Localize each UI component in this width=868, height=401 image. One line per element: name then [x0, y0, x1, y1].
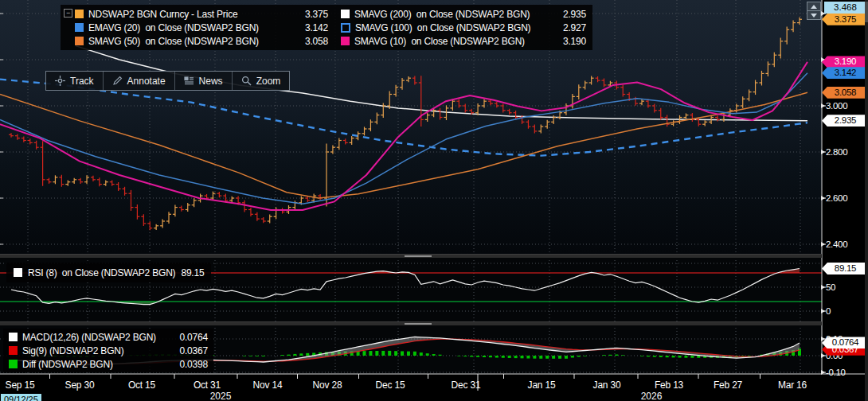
y-axis-tick-label: 2.400	[821, 239, 847, 250]
smavg10-swatch	[341, 37, 350, 45]
legend-item-smavg100[interactable]: SMAVG (100) on Close (NDSWAP2 BGN) 2.927	[341, 21, 586, 34]
legend-label: EMAVG (20) on Close (NDSWAP2 BGN)	[88, 22, 259, 33]
tick-arrow-icon	[821, 103, 825, 108]
news-button[interactable]: News	[175, 72, 233, 90]
macd-value-tag: 0.0764	[822, 337, 865, 348]
y-axis-tick-label: 3.000	[821, 100, 847, 111]
news-list-icon	[184, 76, 194, 86]
x-axis-date-label: Nov 28	[313, 380, 342, 391]
track-crosshair-icon	[55, 76, 65, 86]
track-button[interactable]: Track	[46, 72, 104, 90]
x-axis-year-label: 2025	[210, 391, 232, 401]
legend-label: SMAVG (100) on Close (NDSWAP2 BGN)	[355, 22, 530, 33]
tick-arrow-icon	[821, 150, 825, 154]
legend-value: 0.0367	[171, 345, 208, 356]
tick-arrow-icon	[821, 242, 825, 247]
legend-label: Sig(9) (NDSWAP2 BGN)	[22, 345, 124, 356]
legend-item-smavg10[interactable]: SMAVG (10) on Close (NDSWAP2 BGN) 3.190	[341, 34, 586, 48]
axis-start-date-label: 09/12/25	[1, 394, 41, 401]
annotate-button[interactable]: Annotate	[104, 72, 175, 90]
legend-label: SMAVG (10) on Close (NDSWAP2 BGN)	[354, 36, 525, 47]
spinner-down-button[interactable]	[807, 11, 820, 19]
x-axis-date-label: Dec 15	[376, 380, 405, 391]
legend-item-sig[interactable]: Sig(9) (NDSWAP2 BGN) 0.0367	[9, 344, 208, 357]
chart-window: − NDSWAP2 BGN Curncy - Last Price 3.375 …	[0, 0, 868, 401]
legend-label: NDSWAP2 BGN Curncy - Last Price	[88, 9, 237, 20]
y-axis-tick-label: 0	[821, 306, 831, 317]
panel-divider-2[interactable]	[0, 321, 822, 325]
x-axis-year-label: 2026	[641, 391, 663, 401]
tick-arrow-icon	[821, 370, 825, 375]
spinner-up-button[interactable]	[807, 2, 820, 11]
x-axis-date-label: Nov 14	[253, 380, 283, 391]
x-axis-date-label: Mar 16	[778, 380, 807, 391]
legend-value: 3.142	[297, 22, 328, 33]
y-axis-tick-label: 2.600	[821, 193, 847, 204]
diff-swatch	[9, 360, 18, 368]
zoom-button[interactable]: Zoom	[233, 72, 290, 90]
y-axis-tick-label: -0.10	[821, 367, 846, 378]
axis-spinner	[807, 2, 821, 20]
legend-value: 0.0764	[171, 332, 208, 343]
x-axis-date-label: Jan 15	[528, 380, 556, 391]
legend-value: 2.927	[555, 22, 586, 33]
main-legend: − NDSWAP2 BGN Curncy - Last Price 3.375 …	[61, 5, 592, 50]
rsi-swatch	[14, 268, 22, 277]
triangle-down-icon	[811, 14, 817, 18]
price-tag: 3.190	[822, 56, 865, 68]
legend-item-last-price[interactable]: NDSWAP2 BGN Curncy - Last Price 3.375	[75, 7, 328, 21]
last-price-swatch	[75, 10, 84, 18]
sig-swatch	[9, 346, 18, 355]
legend-item-smavg200[interactable]: SMAVG (200) on Close (NDSWAP2 BGN) 2.935	[341, 7, 586, 21]
legend-item-macd[interactable]: MACD(12,26) (NDSWAP2 BGN) 0.0764	[9, 330, 208, 344]
x-axis-date-label: Dec 31	[452, 380, 481, 391]
window-scrollbar[interactable]	[865, 0, 868, 401]
x-axis-date-label: Sep 30	[65, 380, 95, 391]
x-axis-date-label: Oct 15	[128, 380, 155, 391]
annotate-button-label: Annotate	[127, 76, 166, 87]
legend-item-diff[interactable]: Diff (NDSWAP2 BGN) 0.0398	[9, 357, 208, 371]
track-button-label: Track	[70, 76, 94, 87]
rsi-value-tag: 89.15	[822, 263, 865, 274]
legend-label: Diff (NDSWAP2 BGN)	[22, 359, 113, 370]
legend-value: 0.0398	[171, 359, 208, 370]
legend-value: 3.190	[555, 36, 586, 47]
pencil-icon	[112, 76, 123, 86]
legend-item-smavg50[interactable]: SMAVG (50) on Close (NDSWAP2 BGN) 3.058	[75, 34, 328, 48]
chart-toolbar: Track Annotate News Zoom	[45, 71, 290, 91]
zoom-button-label: Zoom	[256, 76, 281, 87]
y-axis-tick-label: 50	[821, 282, 835, 293]
smavg200-swatch	[341, 10, 350, 18]
divider-handle[interactable]	[405, 255, 432, 257]
smavg100-swatch	[341, 23, 350, 33]
divider-handle[interactable]	[405, 323, 432, 325]
rsi-legend-value: 89.15	[181, 267, 204, 278]
x-axis-date-label: Oct 31	[194, 380, 221, 391]
x-axis-date-label: Feb 13	[655, 380, 683, 391]
price-tag: 3.375	[822, 14, 865, 25]
legend-label: MACD(12,26) (NDSWAP2 BGN)	[22, 332, 156, 343]
tick-arrow-icon	[821, 196, 825, 200]
panel-divider-1[interactable]	[0, 254, 822, 258]
news-button-label: News	[199, 76, 223, 87]
legend-label: SMAVG (50) on Close (NDSWAP2 BGN)	[88, 36, 259, 47]
scrollbar-thumb[interactable]	[865, 2, 868, 22]
macd-swatch	[9, 333, 18, 341]
legend-collapse-icon[interactable]: −	[64, 9, 72, 18]
legend-value: 3.058	[297, 36, 328, 47]
track-value-label: 3.468	[824, 2, 866, 14]
tick-arrow-icon	[821, 309, 825, 313]
price-tag: 3.058	[822, 87, 865, 99]
rsi-legend[interactable]: RSI (8) on Close (NDSWAP2 BGN) 89.15	[6, 263, 211, 282]
legend-value: 2.935	[555, 9, 586, 20]
legend-label: SMAVG (200) on Close (NDSWAP2 BGN)	[354, 9, 530, 20]
x-axis-date-label: Jan 30	[593, 380, 621, 391]
tick-arrow-icon	[821, 353, 825, 358]
y-axis-tick-label: 2.800	[821, 146, 847, 158]
x-axis-date-label: Sep 15	[6, 380, 35, 391]
legend-item-emavg20[interactable]: EMAVG (20) on Close (NDSWAP2 BGN) 3.142	[75, 21, 328, 34]
macd-legend: MACD(12,26) (NDSWAP2 BGN) 0.0764 Sig(9) …	[3, 329, 213, 372]
tick-arrow-icon	[821, 285, 825, 290]
smavg50-swatch	[75, 37, 84, 45]
emavg20-swatch	[75, 23, 84, 32]
